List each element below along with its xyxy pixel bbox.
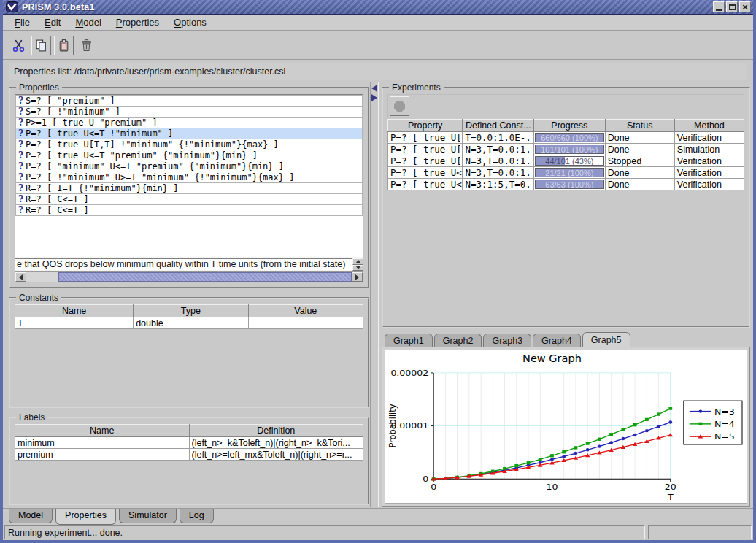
scissors-icon	[12, 39, 26, 53]
table-header-row: NameTypeValue	[15, 305, 363, 317]
property-text: P=? [ "minimum" U<=T "premium" {"minimum…	[26, 161, 284, 172]
property-text: R=? [ C<=T ]	[26, 194, 89, 204]
experiments-panel-title: Experiments	[389, 82, 444, 93]
minimize-button[interactable]	[713, 1, 725, 12]
probability-chart: 0102000.000010.00002New GraphProbability…	[385, 350, 747, 504]
tab-properties[interactable]: Properties	[55, 509, 116, 525]
experiment-constants-cell: T=0.0:1.0E-...	[463, 132, 534, 144]
property-comment-field[interactable]: e that QOS drops below minimum quality w…	[15, 258, 352, 271]
property-row[interactable]: ?S=? [ "premium" ]	[15, 95, 363, 107]
spinner-up-button[interactable]	[352, 258, 363, 265]
property-row[interactable]: ?P>=1 [ true U "premium" ]	[15, 117, 363, 128]
tab-simulator[interactable]: Simulator	[119, 509, 177, 523]
constants-table: NameTypeValueTdouble	[15, 304, 363, 329]
column-header[interactable]: Definition	[189, 425, 363, 437]
property-text: R=? [ I=T {!"minimum"}{min} ]	[26, 183, 179, 193]
properties-panel: Properties ?S=? [ "premium" ]?S=? [ !"mi…	[9, 87, 369, 288]
property-text: P=? [ true U<=T !"minimum" ]	[26, 128, 173, 139]
svg-text:0: 0	[431, 482, 436, 491]
cut-button[interactable]	[9, 36, 28, 55]
constants-panel: Constants NameTypeValueTdouble	[9, 297, 369, 408]
column-header[interactable]: Type	[134, 305, 248, 317]
main-tabs: ModelPropertiesSimulatorLog	[3, 508, 753, 525]
column-header[interactable]: Name	[15, 305, 134, 317]
tab-log[interactable]: Log	[180, 509, 214, 523]
scroll-right-button[interactable]	[352, 272, 363, 282]
experiment-progress-cell: 660/660 (100%)	[534, 132, 606, 144]
scroll-left-button[interactable]	[15, 272, 26, 282]
menu-file[interactable]: File	[9, 15, 37, 29]
column-header[interactable]: Method	[674, 120, 744, 132]
stop-experiment-button[interactable]	[390, 96, 409, 116]
labels-table-grid: NameDefinitionminimum(left_n>=k&Toleft_n…	[15, 424, 363, 461]
experiment-row[interactable]: P=? [ true U[T...N=3,T=0.0:1...101/101 (…	[388, 144, 744, 155]
maximize-button[interactable]	[726, 1, 738, 12]
divider-collapse-right-icon[interactable]	[371, 94, 377, 101]
spinner-down-button[interactable]	[352, 265, 363, 272]
column-header[interactable]: Status	[605, 120, 674, 132]
menu-options[interactable]: Options	[168, 15, 214, 29]
close-button[interactable]: ×	[739, 1, 751, 12]
experiments-toolbar	[387, 94, 744, 118]
progress-text: 44/101 (43%)	[536, 157, 603, 165]
properties-list[interactable]: ?S=? [ "premium" ]?S=? [ !"minimum" ]?P>…	[15, 94, 363, 258]
graph-tab-pane: Graph1Graph2Graph3Graph4Graph5 0102000.0…	[382, 332, 750, 507]
label-row[interactable]: premium(left_n>=left_mx&Toleft_n)|(right…	[15, 449, 363, 461]
property-text: P=? [ true U<=T "premium" {"minimum"}{mi…	[26, 150, 258, 161]
property-row[interactable]: ?R=? [ C<=T ]	[15, 204, 363, 216]
experiment-row[interactable]: P=? [ true U<...N=3,T=0.0:1...21/21 (100…	[388, 167, 744, 179]
progress-bar: 21/21 (100%)	[535, 168, 604, 177]
menu-model[interactable]: Model	[69, 15, 108, 29]
copy-button[interactable]	[31, 36, 51, 55]
experiments-table: PropertyDefined Const...ProgressStatusMe…	[387, 119, 744, 190]
column-header[interactable]: Name	[15, 425, 190, 437]
tab-graph3[interactable]: Graph3	[483, 334, 531, 347]
question-icon: ?	[16, 107, 26, 117]
delete-button[interactable]	[77, 36, 96, 55]
property-row[interactable]: ?P=? [ true U<=T "premium" {"minimum"}{m…	[15, 150, 363, 161]
tab-model[interactable]: Model	[9, 509, 53, 523]
minimize-icon	[716, 9, 722, 11]
column-header[interactable]: Value	[248, 305, 363, 317]
menu-edit[interactable]: Edit	[39, 15, 68, 29]
table-cell	[248, 317, 363, 329]
column-header[interactable]: Defined Const...	[463, 120, 534, 132]
label-row[interactable]: minimum(left_n>=k&Toleft_n)|(right_n>=k&…	[15, 437, 363, 449]
property-row[interactable]: ?R=? [ C<=T ]	[15, 193, 363, 205]
comment-horizontal-scrollbar[interactable]	[15, 272, 363, 282]
experiment-method-cell: Verification	[674, 155, 744, 167]
title-bar[interactable]: PRISM 3.0.beta1 ×	[3, 0, 753, 15]
experiment-row[interactable]: P=? [ true U[T...T=0.0:1.0E-...660/660 (…	[388, 132, 744, 144]
paste-icon	[57, 39, 71, 53]
property-row[interactable]: ?P=? [ true U[T,T] !"minimum" {!"minimum…	[15, 139, 363, 150]
svg-text:0.00002: 0.00002	[390, 368, 428, 377]
question-icon: ?	[16, 118, 26, 128]
constant-row[interactable]: Tdouble	[15, 317, 363, 329]
left-column: Properties ?S=? [ "premium" ]?S=? [ !"mi…	[9, 82, 369, 507]
experiment-method-cell: Verification	[674, 167, 744, 179]
progress-bar: 660/660 (100%)	[535, 133, 604, 142]
experiment-method-cell: Verification	[674, 179, 744, 190]
column-header[interactable]: Progress	[534, 120, 606, 132]
menu-properties[interactable]: Properties	[110, 15, 166, 29]
divider-collapse-left-icon[interactable]	[371, 85, 377, 92]
question-icon: ?	[16, 183, 26, 193]
split-divider[interactable]	[370, 82, 379, 507]
property-row[interactable]: ?R=? [ I=T {!"minimum"}{min} ]	[15, 182, 363, 194]
tab-graph4[interactable]: Graph4	[533, 334, 581, 347]
experiment-row[interactable]: P=? [ true U<...N=3:1:5,T=0...63/63 (100…	[388, 179, 744, 190]
paste-button[interactable]	[54, 36, 74, 55]
labels-panel: Labels NameDefinitionminimum(left_n>=k&T…	[9, 417, 369, 505]
property-row[interactable]: ?P=? [ "minimum" U<=T "premium" {"minimu…	[15, 161, 363, 172]
constants-panel-title: Constants	[16, 293, 61, 303]
column-header[interactable]: Property	[388, 120, 463, 132]
table-header-row: PropertyDefined Const...ProgressStatusMe…	[388, 120, 744, 132]
tab-graph1[interactable]: Graph1	[385, 334, 433, 347]
property-row[interactable]: ?P=? [ true U<=T !"minimum" ]	[15, 128, 363, 139]
tab-graph5[interactable]: Graph5	[582, 332, 630, 347]
tab-graph2[interactable]: Graph2	[434, 334, 482, 347]
experiment-row[interactable]: P=? [ true U[T...N=3,T=0.0:1...44/101 (4…	[388, 155, 744, 167]
property-row[interactable]: ?P=? [ !"minimum" U>=T "minimum" {!"mini…	[15, 172, 363, 183]
property-row[interactable]: ?S=? [ !"minimum" ]	[15, 106, 363, 118]
scrollbar-thumb[interactable]	[58, 272, 352, 282]
